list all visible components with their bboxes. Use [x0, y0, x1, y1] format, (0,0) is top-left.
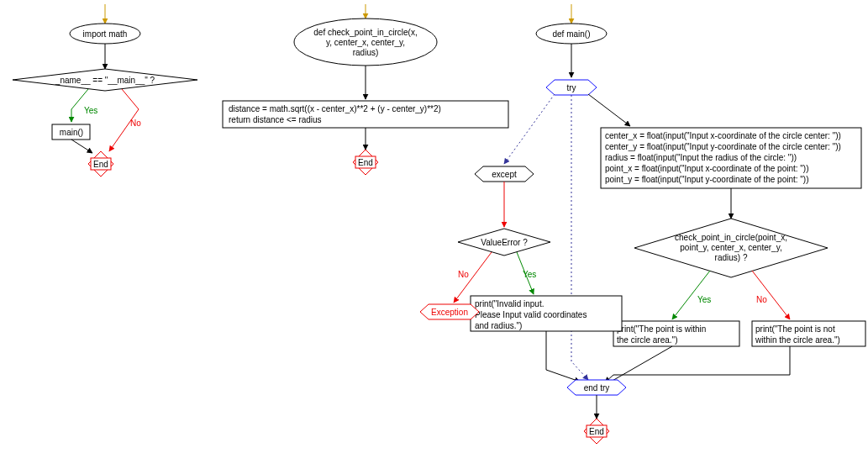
label-exception: Exception [431, 308, 468, 317]
label-no-1: No [130, 119, 141, 128]
label-except: except [492, 170, 517, 179]
label-main-call: main() [60, 128, 83, 137]
label-valerr: ValueError ? [481, 238, 528, 247]
label-inp3: radius = float(input("Input the radius o… [605, 153, 797, 162]
label-def-check-3: radius) [353, 48, 379, 57]
label-cond-name-main: _name__ == "__main__" ? [55, 76, 155, 85]
label-inp1: center_x = float(input("Input x-coordina… [605, 131, 841, 140]
label-yes-valerr: Yes [523, 270, 536, 279]
label-cond-check-3: radius) ? [715, 253, 748, 262]
end-3: End [584, 419, 609, 444]
label-err3: and radius.") [475, 321, 522, 330]
label-no-check: No [756, 295, 767, 304]
label-in1: print("The point is within [617, 324, 706, 334]
label-no-valerr: No [458, 270, 469, 279]
label-yes-1: Yes [84, 106, 97, 115]
svg-text:End: End [93, 160, 108, 169]
label-def-check-1: def check_point_in_circle(x, [313, 28, 417, 37]
label-out1: print("The point is not [755, 324, 835, 334]
end-2: End [353, 150, 378, 175]
label-def-check-2: y, center_x, center_y, [326, 38, 405, 47]
label-def-main: def main() [552, 29, 590, 39]
label-try: try [566, 83, 576, 92]
svg-text:End: End [589, 427, 604, 436]
label-inp5: point_y = float(input("Input y-coordinat… [605, 175, 809, 184]
label-out2: within the circle area.") [755, 335, 840, 345]
label-inp2: center_y = float(input("Input y-coordina… [605, 142, 841, 151]
label-err2: Please Input valid coordinates [475, 310, 587, 319]
label-inp4: point_x = float(input("Input x-coordinat… [605, 164, 809, 173]
label-yes-check: Yes [697, 295, 711, 304]
label-endtry: end try [584, 383, 610, 393]
label-err1: print("Invalid input. [475, 299, 544, 308]
label-import: import math [83, 29, 128, 39]
label-body-2: return distance <= radius [229, 115, 322, 124]
label-in2: the circle area.") [617, 335, 677, 345]
label-body-1: distance = math.sqrt((x - center_x)**2 +… [229, 104, 441, 113]
svg-line-2 [71, 140, 92, 153]
end-1: End [88, 151, 113, 177]
label-cond-check-2: point_y, center_x, center_y, [680, 243, 781, 252]
svg-line-14 [588, 94, 630, 126]
svg-text:End: End [358, 158, 373, 167]
label-cond-check-1: check_point_in_circle(point_x, [675, 233, 787, 242]
